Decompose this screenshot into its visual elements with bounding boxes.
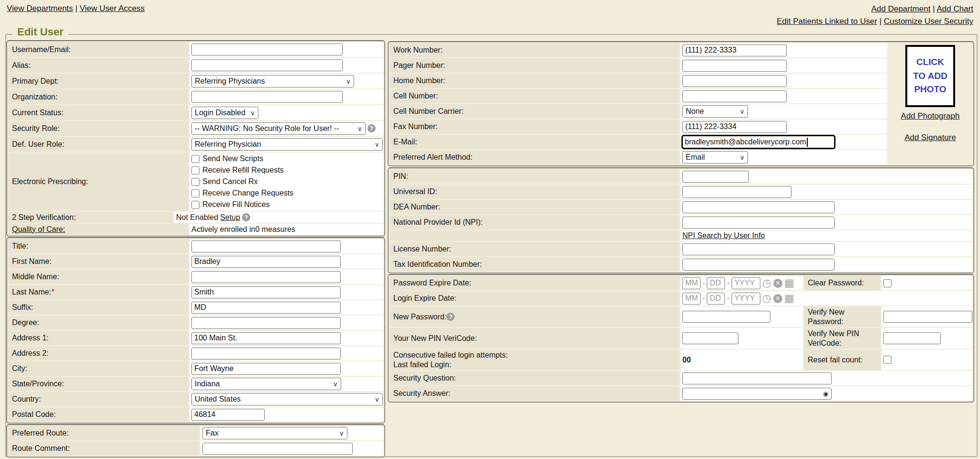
customize-user-security-link[interactable]: Customize User Security bbox=[884, 17, 973, 26]
clock-icon[interactable]: ◷ bbox=[762, 278, 771, 288]
security-answer-input[interactable] bbox=[682, 388, 832, 400]
security-role-help-icon[interactable]: ? bbox=[368, 124, 376, 132]
address2-label: Address 2: bbox=[8, 346, 189, 361]
calendar-icon[interactable]: ▦ bbox=[784, 278, 794, 288]
route-comment-input[interactable] bbox=[202, 443, 353, 455]
label-text: Def. User Role: bbox=[12, 140, 64, 149]
address1-row: Address 1: bbox=[8, 331, 383, 345]
select-value: Fax bbox=[206, 429, 219, 437]
new-password-help-icon[interactable]: ? bbox=[446, 313, 455, 321]
two-step-help-icon[interactable]: ? bbox=[242, 213, 250, 221]
login-expire-yyyy-input[interactable] bbox=[732, 293, 760, 305]
cell-number-input[interactable] bbox=[682, 90, 787, 102]
primary-dept-select[interactable]: Referring Physicians ∨ bbox=[191, 75, 354, 87]
select-value: None bbox=[686, 107, 704, 116]
label-text: Security Role: bbox=[12, 124, 60, 133]
select-value: Referring Physician bbox=[195, 140, 261, 149]
country-value-cell: United States ∨ bbox=[189, 392, 383, 406]
preferred-route-select[interactable]: Fax ∨ bbox=[202, 427, 347, 439]
login-expire-mm-input[interactable] bbox=[682, 293, 701, 305]
fax-number-input[interactable] bbox=[682, 121, 787, 133]
username-input[interactable] bbox=[191, 44, 343, 55]
two-step-verification-label: 2 Step Verification: bbox=[8, 212, 173, 223]
suffix-input[interactable] bbox=[191, 302, 341, 314]
add-department-link[interactable]: Add Department bbox=[871, 4, 931, 13]
send-cancel-rx-checkbox[interactable] bbox=[191, 178, 200, 186]
receive-refill-requests-checkbox[interactable] bbox=[191, 166, 200, 175]
pager-number-input[interactable] bbox=[682, 60, 787, 72]
add-signature-link[interactable]: Add Signature bbox=[904, 133, 956, 142]
address1-value-cell bbox=[189, 331, 383, 345]
degree-input[interactable] bbox=[191, 317, 341, 329]
pin-vericode-input[interactable] bbox=[682, 332, 738, 344]
npi-input[interactable] bbox=[682, 217, 835, 229]
clear-password-checkbox[interactable] bbox=[883, 279, 891, 287]
universal-id-input[interactable] bbox=[682, 186, 791, 198]
postal-code-row: Postal Code: bbox=[8, 407, 383, 422]
license-number-input[interactable] bbox=[682, 243, 835, 255]
address1-input[interactable] bbox=[191, 332, 341, 344]
postal-code-input[interactable] bbox=[191, 409, 265, 421]
add-chart-link[interactable]: Add Chart bbox=[936, 4, 973, 13]
city-input[interactable] bbox=[191, 363, 341, 375]
view-user-access-link[interactable]: View User Access bbox=[79, 4, 145, 13]
label-text: Work Number: bbox=[393, 46, 443, 55]
home-number-input[interactable] bbox=[682, 75, 787, 87]
clear-date-icon[interactable]: ✕ bbox=[773, 279, 782, 288]
def-user-role-select[interactable]: Referring Physician ∨ bbox=[191, 138, 383, 151]
verify-new-password-input[interactable] bbox=[883, 311, 972, 323]
current-status-select[interactable]: Login Disabled ∨ bbox=[191, 107, 258, 119]
security-question-row: Security Question: bbox=[390, 371, 972, 385]
security-role-select[interactable]: -- WARNING: No Security Role for User! -… bbox=[191, 122, 366, 135]
alert-method-select[interactable]: Email ∨ bbox=[682, 151, 748, 164]
add-photograph-link[interactable]: Add Photograph bbox=[901, 111, 960, 121]
two-step-setup-link[interactable]: Setup bbox=[220, 213, 240, 222]
checkbox-label: Send Cancel Rx bbox=[202, 177, 258, 186]
checkbox-label: Receive Refill Requests bbox=[202, 166, 284, 175]
password-expire-dd-input[interactable] bbox=[707, 277, 725, 289]
checkbox-label: Receive Change Requests bbox=[202, 189, 293, 197]
password-expire-mm-input[interactable] bbox=[682, 277, 701, 289]
clock-icon[interactable]: ◷ bbox=[762, 293, 771, 304]
email-input[interactable]: bradleysmith@abcdeliverycorp.com bbox=[681, 135, 835, 149]
password-expire-yyyy-input[interactable] bbox=[732, 277, 760, 289]
add-photo-box[interactable]: CLICK TO ADD PHOTO bbox=[905, 45, 955, 107]
verify-pin-vericode-input[interactable] bbox=[883, 332, 941, 344]
cell-carrier-select[interactable]: None ∨ bbox=[682, 105, 748, 118]
receive-change-requests-checkbox[interactable] bbox=[191, 189, 200, 197]
send-new-scripts-checkbox[interactable] bbox=[191, 155, 200, 163]
label-text: Username/Email: bbox=[12, 45, 71, 54]
state-value-cell: Indiana ∨ bbox=[189, 377, 383, 391]
tax-id-input[interactable] bbox=[682, 259, 835, 271]
label-text: Postal Code: bbox=[12, 410, 56, 419]
address2-input[interactable] bbox=[191, 348, 341, 360]
login-expire-dd-input[interactable] bbox=[707, 293, 725, 305]
edit-patients-linked-link[interactable]: Edit Patients Linked to User bbox=[777, 17, 877, 26]
npi-search-link[interactable]: NPI Search by User Info bbox=[682, 231, 765, 240]
calendar-icon[interactable]: ▦ bbox=[784, 293, 794, 304]
view-departments-link[interactable]: View Departments bbox=[7, 4, 73, 13]
dea-number-input[interactable] bbox=[682, 201, 835, 213]
alias-input[interactable] bbox=[191, 59, 343, 71]
pin-input[interactable] bbox=[682, 171, 749, 183]
security-question-input[interactable] bbox=[682, 372, 832, 384]
middle-name-input[interactable] bbox=[191, 271, 341, 283]
tax-id-row: Tax Identification Number: bbox=[390, 257, 972, 272]
alert-method-value-cell: Email ∨ bbox=[680, 150, 887, 164]
pin-vericode-label: Your New PIN VeriCode: bbox=[390, 328, 679, 349]
work-number-input[interactable] bbox=[682, 44, 787, 56]
clear-date-icon[interactable]: ✕ bbox=[773, 294, 782, 303]
country-select[interactable]: United States ∨ bbox=[191, 393, 383, 405]
new-password-input[interactable] bbox=[682, 311, 770, 323]
first-name-input[interactable] bbox=[191, 256, 341, 268]
state-select[interactable]: Indiana ∨ bbox=[191, 378, 341, 390]
eye-icon[interactable]: ◉ bbox=[823, 390, 828, 397]
receive-fill-notices-checkbox[interactable] bbox=[191, 201, 200, 209]
title-input[interactable] bbox=[191, 240, 341, 252]
last-name-input[interactable] bbox=[191, 286, 341, 298]
reset-fail-count-checkbox[interactable] bbox=[883, 356, 891, 364]
contact-rows: Work Number: Pager Number: Home Number: … bbox=[390, 43, 887, 164]
quality-of-care-link[interactable]: Quality of Care: bbox=[12, 225, 65, 234]
security-role-row: Security Role: -- WARNING: No Security R… bbox=[8, 121, 383, 136]
organization-input[interactable] bbox=[191, 91, 343, 103]
